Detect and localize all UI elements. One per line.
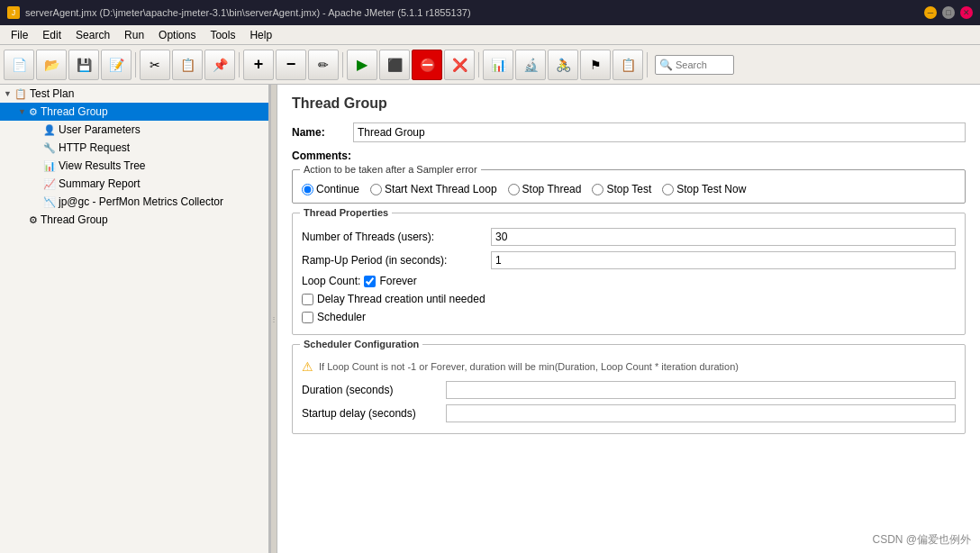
search-input[interactable] xyxy=(676,59,730,70)
ramp-up-row: Ramp-Up Period (in seconds): xyxy=(302,251,956,269)
run-button[interactable]: ▶ xyxy=(347,50,377,80)
tree-item-6[interactable]: 📉jp@gc - PerfMon Metrics Collector xyxy=(0,193,268,211)
loop-count-row: Loop Count: Forever xyxy=(302,275,956,287)
num-threads-row: Number of Threads (users): xyxy=(302,228,956,246)
tree-icon-4: 📊 xyxy=(43,160,56,172)
tree-icon-0: 📋 xyxy=(14,88,27,100)
tree-item-4[interactable]: 📊View Results Tree xyxy=(0,157,268,175)
radio-stop-test[interactable]: Stop Test xyxy=(592,183,651,195)
minimize-button[interactable]: ─ xyxy=(924,6,937,19)
search-icon: 🔍 xyxy=(659,59,673,71)
tree-label-1: Thread Group xyxy=(41,105,108,118)
scheduler-config-title: Scheduler Configuration xyxy=(300,339,422,349)
title-bar: J serverAgent.jmx (D:\jmeter\apache-jmet… xyxy=(0,0,980,25)
radio-continue[interactable]: Continue xyxy=(302,183,359,195)
thread-properties-section: Thread Properties Number of Threads (use… xyxy=(292,213,966,335)
report-button[interactable]: 📊 xyxy=(483,50,513,80)
clipboard-button[interactable]: 📋 xyxy=(612,50,643,80)
forever-checkbox[interactable] xyxy=(364,276,376,287)
warning-icon: ⚠ xyxy=(302,359,313,374)
menu-item-edit[interactable]: Edit xyxy=(35,27,68,43)
tree-item-5[interactable]: 📈Summary Report xyxy=(0,175,268,193)
menu-item-help[interactable]: Help xyxy=(242,27,279,43)
tree-item-0[interactable]: ▼📋Test Plan xyxy=(0,85,268,103)
watermark: CSDN @偏爱也例外 xyxy=(872,532,971,548)
tree-label-5: Summary Report xyxy=(59,177,141,190)
separator-4 xyxy=(478,52,479,77)
zoom-button[interactable]: 🔬 xyxy=(515,50,546,80)
menu-item-tools[interactable]: Tools xyxy=(203,27,242,43)
paste-button[interactable]: 📌 xyxy=(204,50,235,80)
radio-stop-thread[interactable]: Stop Thread xyxy=(508,183,582,195)
menu-bar: FileEditSearchRunOptionsToolsHelp xyxy=(0,25,980,45)
scheduler-checkbox[interactable] xyxy=(302,312,313,323)
edit-button[interactable]: ✏ xyxy=(308,50,339,80)
duration-input[interactable] xyxy=(446,381,956,399)
delay-thread-row: Delay Thread creation until needed xyxy=(302,293,956,305)
menu-item-options[interactable]: Options xyxy=(151,27,203,43)
content-area: Thread Group Name: Comments: Action to b… xyxy=(277,85,980,553)
clear-button[interactable]: ❌ xyxy=(444,50,475,80)
menu-item-file[interactable]: File xyxy=(4,27,35,43)
open-button[interactable]: 📂 xyxy=(36,50,67,80)
startup-delay-row: Startup delay (seconds) xyxy=(302,404,956,422)
comments-label: Comments: xyxy=(292,150,966,162)
tree-toggle-0[interactable]: ▼ xyxy=(4,89,13,98)
delay-thread-label: Delay Thread creation until needed xyxy=(317,293,485,305)
copy-button[interactable]: 📋 xyxy=(172,50,203,80)
tree-item-1[interactable]: ▼⚙Thread Group xyxy=(0,103,268,121)
thread-properties-title: Thread Properties xyxy=(300,207,392,218)
tree-icon-2: 👤 xyxy=(43,124,56,136)
stop-button[interactable]: ⬛ xyxy=(379,50,410,80)
maximize-button[interactable]: □ xyxy=(942,6,955,19)
loop-count-label: Loop Count: xyxy=(302,275,360,287)
separator-3 xyxy=(342,52,343,77)
tree-item-3[interactable]: 🔧HTTP Request xyxy=(0,139,268,157)
close-button[interactable]: ✕ xyxy=(960,6,973,19)
tree-label-4: View Results Tree xyxy=(59,159,146,172)
tree-label-3: HTTP Request xyxy=(59,141,130,154)
radio-start-next[interactable]: Start Next Thread Loop xyxy=(370,183,497,195)
add-button[interactable]: + xyxy=(243,50,274,80)
startup-delay-input[interactable] xyxy=(446,404,956,422)
cut-button[interactable]: ✂ xyxy=(140,50,170,80)
scheduler-label: Scheduler xyxy=(317,311,366,323)
name-row: Name: xyxy=(292,122,966,142)
tree-toggle-1[interactable]: ▼ xyxy=(18,107,27,116)
menu-item-search[interactable]: Search xyxy=(68,27,117,43)
sampler-error-legend: Action to be taken after a Sampler error xyxy=(300,164,481,175)
num-threads-input[interactable] xyxy=(491,228,956,246)
warning-text: If Loop Count is not -1 or Forever, dura… xyxy=(319,361,739,372)
separator-5 xyxy=(647,52,648,77)
stop-red-button[interactable]: ⛔ xyxy=(412,50,442,80)
save-as-button[interactable]: 📝 xyxy=(101,50,132,80)
window-title: serverAgent.jmx (D:\jmeter\apache-jmeter… xyxy=(25,7,471,18)
forever-label: Forever xyxy=(379,275,416,287)
delay-thread-checkbox[interactable] xyxy=(302,294,313,305)
tree-item-2[interactable]: 👤User Parameters xyxy=(0,121,268,139)
new-button[interactable]: 📄 xyxy=(4,50,34,80)
menu-item-run[interactable]: Run xyxy=(117,27,151,43)
sampler-error-group: Action to be taken after a Sampler error… xyxy=(292,169,966,204)
tree-icon-6: 📉 xyxy=(43,196,56,208)
save-button[interactable]: 💾 xyxy=(68,50,99,80)
ramp-up-input[interactable] xyxy=(491,251,956,269)
separator-1 xyxy=(135,52,136,77)
name-input[interactable] xyxy=(353,122,966,142)
sidebar-resize-handle[interactable]: ⋮ xyxy=(270,85,277,553)
name-label: Name: xyxy=(292,126,346,139)
settings-button[interactable]: ⚑ xyxy=(580,50,611,80)
num-threads-label: Number of Threads (users): xyxy=(302,231,491,243)
startup-delay-label: Startup delay (seconds) xyxy=(302,407,446,420)
tree-icon-5: 📈 xyxy=(43,178,56,190)
sampler-error-radio-group: Continue Start Next Thread Loop Stop Thr… xyxy=(302,183,956,195)
search-box[interactable]: 🔍 xyxy=(655,55,734,75)
warning-row: ⚠ If Loop Count is not -1 or Forever, du… xyxy=(302,359,956,374)
radio-stop-test-now[interactable]: Stop Test Now xyxy=(662,183,746,195)
scheduler-row: Scheduler xyxy=(302,311,956,323)
app-icon: J xyxy=(7,6,20,19)
tree-label-6: jp@gc - PerfMon Metrics Collector xyxy=(59,195,223,208)
search-remote-button[interactable]: 🚴 xyxy=(548,50,578,80)
tree-item-7[interactable]: ⚙Thread Group xyxy=(0,211,268,229)
remove-button[interactable]: − xyxy=(276,50,306,80)
